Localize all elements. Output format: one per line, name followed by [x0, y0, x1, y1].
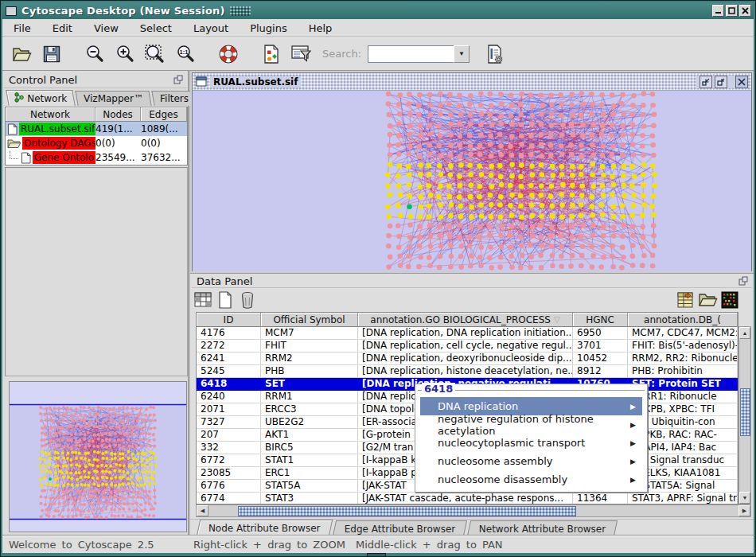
id-cell[interactable]: 6240: [197, 391, 261, 403]
tree-column-header[interactable]: Network: [6, 107, 95, 122]
zoom-in-button[interactable]: [112, 41, 138, 67]
symbol-cell[interactable]: BIRC5: [261, 442, 358, 454]
tab-network[interactable]: Network: [6, 90, 76, 106]
popup-menu-item[interactable]: nucleosome assembly▶: [420, 452, 642, 470]
symbol-cell[interactable]: FHIT: [261, 340, 358, 352]
menu-file[interactable]: File: [8, 21, 37, 36]
tab-vizmapper-[interactable]: VizMapper™: [75, 91, 151, 106]
maximize-button[interactable]: [726, 5, 738, 17]
symbol-cell[interactable]: ERC1: [261, 467, 358, 479]
attribute-matrix-button[interactable]: [192, 290, 214, 310]
zoom-fit-button[interactable]: 1:1: [173, 41, 198, 67]
heatmap-button[interactable]: [719, 290, 741, 310]
save-session-button[interactable]: [39, 41, 64, 67]
hgnc-cell[interactable]: 8912: [573, 365, 628, 377]
network-window[interactable]: RUAL.subset.sif: [192, 72, 752, 271]
id-cell[interactable]: 6772: [197, 454, 261, 466]
symbol-cell[interactable]: RRM1: [261, 391, 358, 403]
symbol-cell[interactable]: STAT3: [261, 493, 358, 504]
window-resize-grip[interactable]: [367, 553, 386, 557]
network-view[interactable]: [193, 91, 751, 271]
hgnc-cell[interactable]: 11364: [573, 493, 628, 504]
horizontal-scroll-thumb[interactable]: [238, 506, 576, 516]
import-attributes-button[interactable]: [674, 290, 696, 310]
birdseye-view[interactable]: [9, 381, 187, 532]
minimize-button[interactable]: [712, 5, 724, 17]
id-cell[interactable]: 6418: [197, 378, 261, 390]
network-tree-row[interactable]: RUAL.subset.sif419(1...1089(...: [6, 122, 187, 136]
table-row[interactable]: 5245PHB[DNA replication, histone deacety…: [197, 365, 738, 378]
network-tree-row[interactable]: Ontology DAGs0(0)0(0): [6, 136, 187, 150]
load-attributes-button[interactable]: [696, 290, 719, 310]
go-process-cell[interactable]: [DNA replication, cell cycle, negative r…: [358, 340, 573, 352]
id-cell[interactable]: 207: [197, 429, 261, 441]
column-header-hgnc[interactable]: HGNC: [573, 313, 628, 327]
popup-menu-item[interactable]: negative regulation of histone acetylati…: [420, 415, 642, 434]
scroll-left-button[interactable]: ◀: [197, 505, 208, 516]
db-cell[interactable]: FHIT: Bis(5'-adenosyl)-: [628, 340, 738, 352]
menu-help[interactable]: Help: [303, 21, 338, 36]
vertical-scroll-thumb[interactable]: [740, 388, 750, 436]
db-cell[interactable]: MCM7, CDC47, MCM2:: [628, 327, 738, 339]
symbol-cell[interactable]: MCM7: [261, 327, 358, 339]
float-panel-icon[interactable]: [738, 274, 748, 289]
db-cell[interactable]: PHB: Prohibitin: [628, 365, 738, 377]
open-file-button[interactable]: [9, 41, 34, 67]
menu-layout[interactable]: Layout: [188, 21, 234, 36]
id-cell[interactable]: 23085: [197, 467, 261, 479]
search-config-button[interactable]: [482, 41, 508, 67]
close-button[interactable]: [739, 5, 751, 17]
zoom-out-button[interactable]: [82, 41, 107, 67]
scroll-down-button[interactable]: ▼: [739, 492, 750, 504]
id-cell[interactable]: 4176: [197, 327, 261, 339]
help-button[interactable]: [216, 41, 241, 67]
frame-restore-button[interactable]: [715, 76, 727, 88]
go-process-cell[interactable]: [DNA replication, deoxyribonucleoside di…: [358, 353, 573, 364]
id-cell[interactable]: 332: [197, 442, 261, 454]
tab-network-attribute-browser[interactable]: Network Attribute Browser: [467, 520, 618, 536]
table-vertical-scrollbar[interactable]: ▲ ▼: [738, 326, 751, 504]
id-cell[interactable]: 6241: [197, 353, 261, 364]
hgnc-cell[interactable]: 3701: [573, 340, 628, 352]
search-dropdown-button[interactable]: ▼: [454, 45, 470, 63]
frame-minimize-button[interactable]: [699, 76, 712, 88]
table-row[interactable]: 4176MCM7[DNA replication, DNA replicatio…: [197, 327, 738, 340]
symbol-cell[interactable]: STAT5A: [261, 480, 358, 492]
new-attribute-button[interactable]: [214, 290, 236, 310]
tree-column-header[interactable]: Edges: [141, 107, 187, 122]
menu-view[interactable]: View: [88, 21, 124, 36]
column-header-id[interactable]: ID: [197, 313, 261, 327]
float-panel-icon[interactable]: [173, 72, 183, 88]
symbol-cell[interactable]: RRM2: [261, 353, 358, 364]
symbol-cell[interactable]: STAT1: [261, 454, 358, 466]
table-row[interactable]: 6241RRM2[DNA replication, deoxyribonucle…: [197, 353, 738, 365]
tree-column-header[interactable]: Nodes: [95, 107, 141, 122]
tab-edge-attribute-browser[interactable]: Edge Attribute Browser: [332, 520, 467, 536]
delete-attribute-button[interactable]: [236, 290, 259, 310]
hgnc-cell[interactable]: 10452: [573, 353, 628, 364]
tab-node-attribute-browser[interactable]: Node Attribute Browser: [197, 520, 333, 536]
column-header-annotation-db-[interactable]: annotation.DB_(: [628, 313, 738, 327]
column-header-annotation-go-biological-process[interactable]: annotation.GO BIOLOGICAL_PROCESS▽: [358, 313, 573, 327]
zoom-selected-region-button[interactable]: [142, 41, 168, 67]
hgnc-cell[interactable]: 6950: [573, 327, 628, 339]
network-tree-row[interactable]: Gene Ontolo23549...37632...: [6, 150, 187, 165]
scroll-up-button[interactable]: ▲: [739, 327, 750, 339]
menu-edit[interactable]: Edit: [47, 21, 78, 36]
id-cell[interactable]: 7327: [197, 416, 261, 428]
scroll-right-button[interactable]: ▶: [738, 505, 750, 516]
id-cell[interactable]: 2272: [197, 340, 261, 352]
table-row[interactable]: 2272FHIT[DNA replication, cell cycle, ne…: [197, 340, 738, 353]
go-process-cell[interactable]: [DNA replication, histone deacetylation,…: [358, 365, 573, 377]
id-cell[interactable]: 6774: [197, 493, 261, 504]
db-cell[interactable]: STAT3, APRF: Signal tra: [628, 493, 738, 504]
birdseye-canvas[interactable]: [10, 382, 186, 532]
symbol-cell[interactable]: UBE2G2: [261, 416, 358, 428]
menu-select[interactable]: Select: [134, 21, 177, 36]
network-canvas[interactable]: [193, 91, 751, 271]
window-titlebar[interactable]: Cytoscape Desktop (New Session): [2, 2, 754, 19]
menu-plugins[interactable]: Plugins: [244, 21, 293, 36]
search-input[interactable]: [368, 45, 454, 63]
id-cell[interactable]: 2071: [197, 403, 261, 415]
table-horizontal-scrollbar[interactable]: ◀ ▶: [196, 504, 751, 517]
